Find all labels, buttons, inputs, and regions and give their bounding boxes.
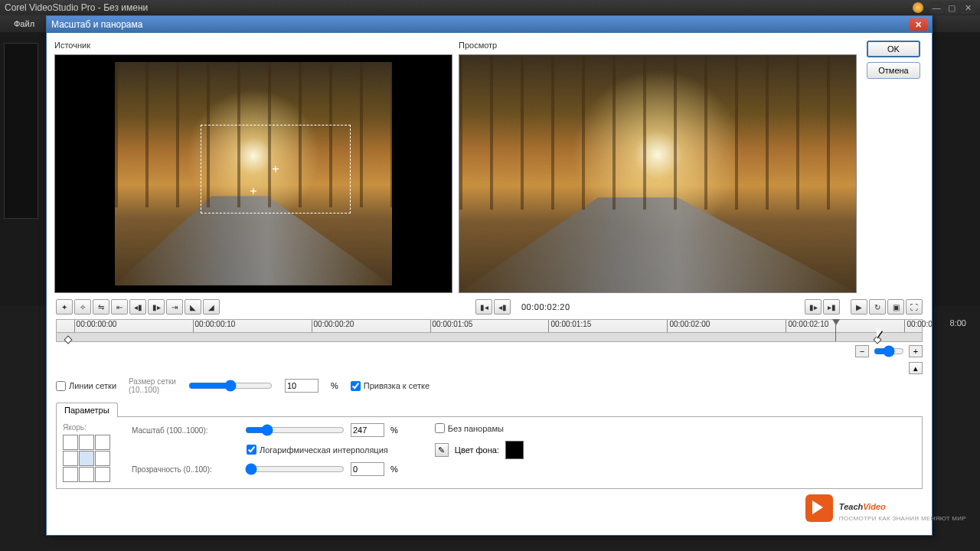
step-fwd-button[interactable]: ▮▸ [805,299,822,315]
maximize-button[interactable]: ▢ [945,2,959,14]
next-keyframe-button[interactable]: ▮▸ [148,299,165,315]
dialog-titlebar[interactable]: Масштаб и панорама ✕ [47,16,932,33]
prev-keyframe-button[interactable]: ◂▮ [129,299,146,315]
loop-button[interactable]: ↻ [869,299,886,315]
timecode-display: 00:00:02:20 [521,302,570,311]
dialog-close-button[interactable]: ✕ [909,18,927,31]
dialog-title: Масштаб и панорама [51,19,909,30]
add-keyframe-button[interactable]: ✦ [56,299,73,315]
enlarge-preview-button[interactable]: ⛶ [906,299,923,315]
playhead[interactable] [835,320,836,341]
zoom-value-input[interactable] [351,423,384,437]
anchor-bl[interactable] [63,467,78,482]
grid-size-slider[interactable] [188,380,273,392]
zoom-label: Масштаб (100..1000): [132,426,239,435]
ruler-tick: 00:00:02:00 [667,320,710,332]
grid-options-row: Линии сетки Размер сетки (10..100) % При… [47,374,932,397]
reverse-keyframes-button[interactable]: ⇋ [93,299,109,315]
opacity-label: Прозрачность (0..100): [132,465,239,474]
timeline-ruler[interactable]: 00:00:00:0000:00:00:1000:00:00:2000:00:0… [56,319,923,342]
corel-logo-icon [913,2,923,13]
app-title: Corel VideoStudio Pro - Без имени [5,2,913,13]
zoom-out-button[interactable]: − [855,345,869,357]
go-start-button[interactable]: ▮◂ [475,299,492,315]
step-back-button[interactable]: ◂▮ [494,299,511,315]
anchor-label: Якорь: [63,423,110,432]
ruler-tick: 00:00:02:20 [904,320,932,332]
preview-image [459,55,856,292]
no-pan-checkbox[interactable]: Без панорамы [435,423,524,433]
tab-params[interactable]: Параметры [56,403,118,417]
ok-button[interactable]: OK [867,41,920,57]
anchor-mc[interactable] [79,451,94,466]
zoom-slider-param[interactable] [245,424,345,436]
go-end-button[interactable]: ▸▮ [823,299,840,315]
anchor-mr[interactable] [95,451,110,466]
project-timecode: 8:00 [950,318,966,328]
bg-color-label: Цвет фона: [455,445,499,455]
bg-preview-strip [4,43,38,219]
anchor-tr[interactable] [95,435,110,450]
grid-size-label: Размер сетки [129,377,176,386]
ruler-tick: 00:00:00:00 [74,320,117,332]
transport-toolbar: ✦ ✧ ⇋ ⇤ ◂▮ ▮▸ ⇥ ◣ ◢ ▮◂ ◂▮ 00:00:02:20 ▮▸… [47,296,932,318]
bg-color-swatch[interactable] [505,441,524,459]
collapse-options-button[interactable]: ▴ [909,362,923,374]
zoom-in-button[interactable]: + [909,345,923,357]
source-image [115,62,393,285]
remove-keyframe-button[interactable]: ✧ [74,299,91,315]
source-label: Источник [54,41,452,50]
ruler-tick: 00:00:02:10 [786,320,828,332]
minimize-button[interactable]: — [929,2,943,14]
preview-label: Просмотр [459,41,857,50]
menu-file[interactable]: Файл [8,17,41,31]
close-button[interactable]: ✕ [960,2,975,14]
ruler-tick: 00:00:01:05 [430,320,473,332]
move-kf-right-button[interactable]: ⇥ [166,299,183,315]
source-preview[interactable] [54,54,452,293]
anchor-ml[interactable] [63,451,78,466]
opacity-slider[interactable] [245,463,345,475]
no-pan-input[interactable] [435,423,445,433]
keyframe-track[interactable] [57,332,922,341]
snap-grid-checkbox[interactable]: Привязка к сетке [351,381,430,391]
anchor-tl[interactable] [63,435,78,450]
snap-grid-input[interactable] [351,381,361,391]
fade-out-button[interactable]: ◢ [203,299,220,315]
ruler-tick: 00:00:00:20 [312,320,354,332]
opacity-value-input[interactable] [351,462,384,476]
app-titlebar: Corel VideoStudio Pro - Без имени — ▢ ✕ [0,0,980,15]
eyedropper-button[interactable]: ✎ [435,443,449,457]
zoom-slider[interactable] [874,345,904,357]
ruler-tick: 00:00:01:15 [548,320,591,332]
log-interp-input[interactable] [247,445,256,455]
fade-in-button[interactable]: ◣ [185,299,201,315]
move-kf-left-button[interactable]: ⇤ [111,299,128,315]
anchor-grid[interactable] [63,435,110,482]
log-interp-checkbox[interactable]: Логарифмическая интерполяция [247,445,398,455]
anchor-tc[interactable] [79,435,94,450]
cancel-button[interactable]: Отмена [867,62,920,79]
pan-zoom-dialog: Масштаб и панорама ✕ Источник Просмотр [46,15,933,536]
preview-monitor-button[interactable]: ▣ [887,299,904,315]
grid-size-input[interactable] [285,379,318,393]
grid-lines-checkbox[interactable]: Линии сетки [56,381,116,391]
anchor-br[interactable] [95,467,110,482]
grid-lines-input[interactable] [56,381,66,391]
params-panel: Якорь: Масштаб (100. [56,416,923,489]
anchor-bc[interactable] [79,467,94,482]
mouse-cursor-icon [877,328,882,338]
ruler-tick: 00:00:00:10 [193,320,236,332]
play-button[interactable]: ▶ [851,299,867,315]
output-preview [459,54,857,293]
